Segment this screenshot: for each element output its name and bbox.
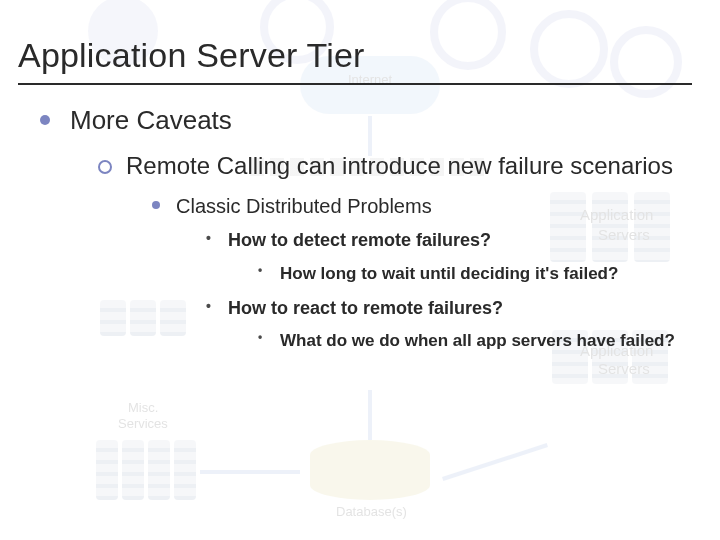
list-item: How to detect remote failures? How long …	[206, 229, 692, 284]
bullet-list-level5: What do we do when all app servers have …	[228, 330, 692, 352]
database-label: Database(s)	[336, 504, 407, 519]
bullet-text: How to detect remote failures?	[228, 230, 491, 250]
connector	[368, 390, 372, 440]
app-servers-label-2b: Servers	[598, 360, 650, 377]
title-underline	[18, 83, 692, 85]
list-item: Remote Calling can introduce new failure…	[98, 150, 692, 352]
bullet-text: Classic Distributed Problems	[176, 195, 432, 217]
bullet-text: What do we do when all app servers have …	[280, 331, 675, 350]
slide-title: Application Server Tier	[18, 36, 692, 75]
database-icon	[310, 440, 430, 500]
slide-content: Application Server Tier More Caveats Rem…	[0, 0, 720, 352]
bullet-list-level4: How to detect remote failures? How long …	[176, 229, 692, 352]
list-item: How long to wait until deciding it's fai…	[258, 263, 692, 285]
bullet-list-level1: More Caveats Remote Calling can introduc…	[18, 105, 692, 352]
server-rack-small	[174, 440, 196, 500]
server-rack-small	[122, 440, 144, 500]
bullet-text: How to react to remote failures?	[228, 298, 503, 318]
server-rack-small	[148, 440, 170, 500]
list-item: How to react to remote failures? What do…	[206, 297, 692, 352]
server-rack-small	[96, 440, 118, 500]
bullet-list-level3: Classic Distributed Problems How to dete…	[126, 193, 692, 352]
bullet-text: How long to wait until deciding it's fai…	[280, 264, 618, 283]
connector	[200, 470, 300, 474]
connector	[442, 443, 548, 481]
list-item: Classic Distributed Problems How to dete…	[152, 193, 692, 352]
bullet-list-level2: Remote Calling can introduce new failure…	[70, 150, 692, 352]
misc-label-2: Services	[118, 416, 168, 431]
misc-label-1: Misc.	[128, 400, 158, 415]
list-item: More Caveats Remote Calling can introduc…	[40, 105, 692, 352]
list-item: What do we do when all app servers have …	[258, 330, 692, 352]
bullet-text: More Caveats	[70, 105, 232, 135]
bullet-list-level5: How long to wait until deciding it's fai…	[228, 263, 692, 285]
bullet-text: Remote Calling can introduce new failure…	[126, 152, 673, 179]
